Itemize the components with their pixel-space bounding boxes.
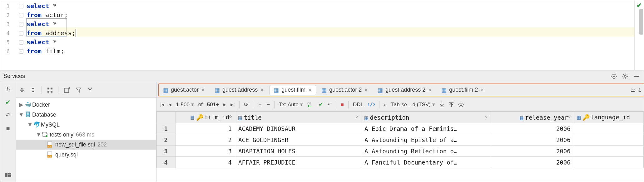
tab-guest-film-2[interactable]: ▦ guest.film 2 ✕ bbox=[437, 85, 488, 95]
tree-node-tests[interactable]: ▼ tests only 663 ms bbox=[16, 130, 156, 140]
db-submit-icon[interactable]: DB bbox=[307, 102, 314, 108]
cell[interactable]: ADAPTATION HOLES bbox=[235, 146, 361, 157]
table-row[interactable]: 2 2 ACE GOLDFINGER A Astounding Epistle … bbox=[157, 134, 644, 146]
first-page-icon[interactable]: |◂ bbox=[160, 101, 164, 108]
compare-icon[interactable] bbox=[368, 102, 375, 108]
tree-node-docker[interactable]: ▶🐳 Docker bbox=[16, 100, 156, 110]
download-icon[interactable] bbox=[439, 102, 444, 108]
reload-icon[interactable]: ⟳ bbox=[244, 101, 248, 108]
cell[interactable]: 2006 bbox=[491, 157, 574, 168]
upload-icon[interactable] bbox=[449, 102, 454, 108]
collapse-all-icon[interactable] bbox=[30, 87, 36, 93]
tab-label: guest.actor bbox=[171, 87, 199, 93]
tab-guest-actor[interactable]: ▦ guest.actor ✕ bbox=[159, 85, 209, 95]
result-grid[interactable]: ▦🔑film_id◇ ▦title◇ ▦description◇ ▦releas… bbox=[156, 112, 644, 182]
fold-icon[interactable]: − bbox=[19, 31, 23, 36]
rollback-undo-icon[interactable]: ↶ bbox=[4, 112, 12, 119]
sql-editor[interactable]: 1− 2− 3− 4− 5− 6− select * from actor; s… bbox=[0, 0, 644, 70]
cell[interactable]: ACE GOLDFINGER bbox=[235, 134, 361, 146]
cell[interactable]: 2006 bbox=[491, 134, 574, 146]
scrollbar-thumb[interactable] bbox=[639, 9, 643, 35]
inspection-ok-icon[interactable]: ✔ bbox=[637, 2, 642, 9]
branch-icon[interactable] bbox=[87, 87, 93, 93]
cell[interactable]: A Astounding Reflection o… bbox=[361, 146, 491, 157]
code-area[interactable]: select * from actor; select * from addre… bbox=[27, 0, 634, 70]
accept-icon[interactable]: ✔ bbox=[319, 101, 323, 108]
remove-row-icon[interactable]: − bbox=[267, 102, 270, 108]
col-title[interactable]: ▦title◇ bbox=[235, 112, 361, 123]
col-release-year[interactable]: ▦release_year◇ bbox=[491, 112, 574, 123]
fold-icon[interactable]: − bbox=[19, 22, 23, 26]
tx-icon[interactable]: Tx bbox=[4, 85, 12, 93]
gear-icon[interactable] bbox=[621, 72, 629, 80]
cancel-query-icon[interactable]: ■ bbox=[341, 102, 344, 108]
cell[interactable] bbox=[574, 146, 643, 157]
rownum-header[interactable] bbox=[157, 112, 176, 123]
col-film-id[interactable]: ▦🔑film_id◇ bbox=[175, 112, 235, 123]
minimize-icon[interactable] bbox=[632, 72, 641, 80]
tree-node-database[interactable]: ▼🗄 Database bbox=[16, 110, 156, 120]
fold-icon[interactable]: − bbox=[19, 40, 23, 45]
cell[interactable] bbox=[574, 134, 643, 146]
cell[interactable]: 3 bbox=[175, 146, 235, 157]
tab-guest-actor-2[interactable]: ▦ guest.actor 2 ✕ bbox=[317, 85, 372, 95]
ddl-button[interactable]: DDL bbox=[353, 102, 364, 108]
col-description[interactable]: ▦description◇ bbox=[361, 112, 491, 123]
fold-icon[interactable]: − bbox=[19, 13, 23, 17]
cell[interactable]: 4 bbox=[175, 157, 235, 168]
cell[interactable]: A Epic Drama of a Feminis… bbox=[361, 123, 491, 134]
filter-icon[interactable] bbox=[76, 87, 82, 93]
cell[interactable]: 1 bbox=[175, 123, 235, 134]
tabs-list-icon[interactable] bbox=[630, 88, 636, 92]
table-row[interactable]: 4 4 AFFAIR PREJUDICE A Fanciful Document… bbox=[157, 157, 644, 168]
table-row[interactable]: 1 1 ACADEMY DINOSAUR A Epic Drama of a F… bbox=[157, 123, 644, 134]
revert-icon[interactable]: ↶ bbox=[327, 101, 332, 108]
tx-mode[interactable]: Tx: Auto ▾ bbox=[279, 101, 303, 108]
services-tree[interactable]: ▶🐳 Docker ▼🗄 Database ▼🐬 MySQL ▼ tests o… bbox=[16, 98, 156, 182]
stop-icon[interactable]: ■ bbox=[4, 125, 12, 132]
cell[interactable]: 2006 bbox=[491, 123, 574, 134]
tab-guest-address-2[interactable]: ▦ guest.address 2 ✕ bbox=[374, 85, 436, 95]
editor-right-gutter: ✔ bbox=[634, 0, 644, 70]
close-icon[interactable]: ✕ bbox=[480, 87, 484, 93]
cell[interactable]: A Fanciful Documentary of… bbox=[361, 157, 491, 168]
cell[interactable]: 2006 bbox=[491, 146, 574, 157]
tree-node-file-query[interactable]: SQL query.sql bbox=[16, 150, 156, 160]
more-icon[interactable]: » bbox=[384, 102, 387, 108]
tree-node-mysql[interactable]: ▼🐬 MySQL bbox=[16, 120, 156, 130]
grid-icon[interactable] bbox=[47, 88, 52, 93]
tab-guest-address[interactable]: ▦ guest.address ✕ bbox=[211, 85, 268, 95]
page-range[interactable]: 1-500 ▾ bbox=[176, 101, 194, 108]
export-format[interactable]: Tab-se…d (TSV) ▾ bbox=[391, 101, 435, 108]
add-row-icon[interactable]: ＋ bbox=[257, 101, 263, 108]
svg-rect-46 bbox=[440, 107, 444, 107]
close-icon[interactable]: ✕ bbox=[260, 87, 264, 93]
cell[interactable] bbox=[574, 157, 643, 168]
svg-text:SQL: SQL bbox=[48, 156, 52, 157]
layout-icon[interactable] bbox=[4, 171, 12, 179]
prev-page-icon[interactable]: ◂ bbox=[169, 101, 171, 108]
svg-rect-15 bbox=[634, 76, 639, 77]
expand-all-icon[interactable] bbox=[19, 87, 25, 93]
col-language-id[interactable]: ▦🔑language_id bbox=[574, 112, 643, 123]
cell[interactable]: ACADEMY DINOSAUR bbox=[235, 123, 361, 134]
commit-check-icon[interactable]: ✔ bbox=[4, 98, 12, 106]
cell[interactable]: A Astounding Epistle of a… bbox=[361, 134, 491, 146]
cell[interactable] bbox=[574, 123, 643, 134]
next-page-icon[interactable]: ▸ bbox=[223, 101, 226, 108]
cell[interactable]: AFFAIR PREJUDICE bbox=[235, 157, 361, 168]
tree-node-file-new-sql[interactable]: SQL new_sql_file.sql 202 bbox=[16, 140, 156, 150]
close-icon[interactable]: ✕ bbox=[364, 87, 368, 93]
settings-gear-icon[interactable] bbox=[458, 102, 464, 108]
last-page-icon[interactable]: ▸| bbox=[230, 101, 235, 108]
fold-icon[interactable]: − bbox=[19, 4, 23, 8]
table-row[interactable]: 3 3 ADAPTATION HOLES A Astounding Reflec… bbox=[157, 146, 644, 157]
fold-icon[interactable]: − bbox=[19, 49, 23, 54]
target-icon[interactable] bbox=[610, 72, 618, 80]
close-icon[interactable]: ✕ bbox=[308, 87, 312, 93]
open-new-tab-icon[interactable] bbox=[64, 87, 70, 93]
tab-guest-film[interactable]: ▦ guest.film ✕ bbox=[270, 85, 316, 95]
cell[interactable]: 2 bbox=[175, 134, 235, 146]
close-icon[interactable]: ✕ bbox=[428, 87, 432, 93]
close-icon[interactable]: ✕ bbox=[201, 87, 205, 93]
